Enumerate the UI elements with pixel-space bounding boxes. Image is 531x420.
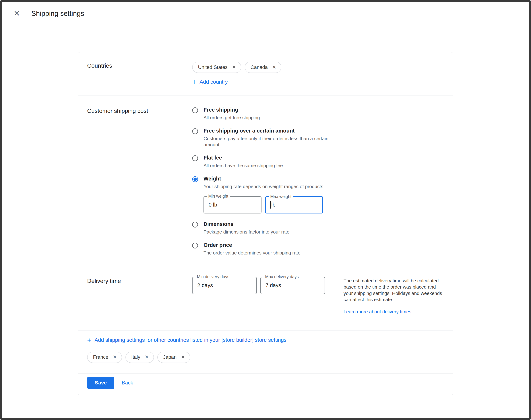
chip-label: France [93,354,108,360]
radio-order-price[interactable] [192,243,198,248]
option-desc: Package dimensions factor into your rate [203,229,289,235]
plus-icon: + [87,337,91,344]
max-delivery-days-field[interactable]: Max delivery days 7 days [260,277,325,294]
delivery-fields: Min delivery days 2 days Max delivery da… [192,277,325,320]
countries-label: Countries [87,62,192,85]
chip-remove-icon[interactable]: ✕ [232,65,236,70]
option-desc: All orders get free shipping [203,115,260,121]
option-title: Flat fee [203,155,283,161]
add-shipping-settings-label: Add shipping settings for other countrie… [94,337,287,343]
min-delivery-days-label: Min delivery days [196,274,231,279]
max-delivery-days-value: 7 days [266,282,281,288]
option-title: Free shipping over a certain amount [203,128,331,134]
chip-remove-icon[interactable]: ✕ [145,355,149,360]
vertical-divider [335,277,335,320]
plus-icon: + [192,78,196,85]
chip-label: Japan [163,354,177,360]
option-desc: Your shipping rate depends on weight ran… [203,184,323,190]
shipping-cost-label: Customer shipping cost [87,107,192,256]
text-cursor [270,201,271,209]
min-weight-value: 0 lb [209,202,217,208]
chip-remove-icon[interactable]: ✕ [113,355,117,360]
shipping-cost-options: Free shipping All orders get free shippi… [192,107,331,256]
countries-content: United States ✕ Canada ✕ + Add country [192,62,281,85]
option-weight[interactable]: Weight Your shipping rate depends on wei… [192,176,331,214]
radio-dimensions[interactable] [192,222,198,227]
option-desc: All orders have the same shipping fee [203,163,283,169]
radio-free-shipping[interactable] [192,107,198,113]
option-dimensions[interactable]: Dimensions Package dimensions factor int… [192,221,331,235]
save-button[interactable]: Save [87,377,114,389]
option-text: Dimensions Package dimensions factor int… [203,221,289,235]
min-delivery-days-value: 2 days [197,282,213,288]
delivery-content: Min delivery days 2 days Max delivery da… [192,277,443,320]
chip-label: Italy [131,354,140,360]
option-order-price[interactable]: Order price The order value determines y… [192,242,331,256]
country-chip-united-states[interactable]: United States ✕ [192,62,241,73]
chip-remove-icon[interactable]: ✕ [181,355,185,360]
option-title: Weight [203,176,323,182]
min-weight-field[interactable]: Min weight 0 lb [203,196,261,213]
back-button[interactable]: Back [122,380,133,386]
country-chip-canada[interactable]: Canada ✕ [245,62,281,73]
radio-weight-selected[interactable] [192,176,198,182]
option-title: Order price [203,242,301,248]
option-text: Free shipping All orders get free shippi… [203,107,260,121]
min-delivery-days-field[interactable]: Min delivery days 2 days [192,277,257,294]
min-weight-label: Min weight [207,194,230,199]
option-text: Flat fee All orders have the same shippi… [203,155,283,169]
option-text: Free shipping over a certain amount Cust… [203,128,331,148]
country-chip-italy[interactable]: Italy ✕ [125,352,154,363]
shipping-settings-card: Countries United States ✕ Canada ✕ + Add… [78,52,453,395]
option-desc: Customers pay a fee only if their order … [203,136,331,148]
learn-more-delivery-times-link[interactable]: Learn more about delivery times [344,309,411,315]
countries-section: Countries United States ✕ Canada ✕ + Add… [78,52,453,95]
delivery-time-section: Delivery time Min delivery days 2 days M… [78,268,453,330]
page-title: Shipping settings [31,10,84,17]
max-weight-field[interactable]: Max weight lb [265,196,323,213]
option-text: Weight Your shipping rate depends on wei… [203,176,323,214]
radio-flat-fee[interactable] [192,155,198,161]
option-text: Order price The order value determines y… [203,242,301,256]
footer-actions: Save Back [78,373,453,395]
chip-label: Canada [251,64,268,70]
chip-label: United States [198,64,228,70]
close-icon[interactable]: ✕ [12,10,21,17]
shipping-cost-section: Customer shipping cost Free shipping All… [78,95,453,268]
delivery-time-label: Delivery time [87,277,192,320]
add-country-button[interactable]: + Add country [192,78,228,85]
option-free-shipping[interactable]: Free shipping All orders get free shippi… [192,107,331,121]
chip-remove-icon[interactable]: ✕ [272,65,276,70]
delivery-note-block: The estimated delivery time will be calc… [344,277,443,320]
country-chip-japan[interactable]: Japan ✕ [157,352,190,363]
delivery-note-text: The estimated delivery time will be calc… [344,278,443,303]
dialog-header: ✕ Shipping settings [0,0,531,27]
option-title: Dimensions [203,221,289,227]
option-flat-fee[interactable]: Flat fee All orders have the same shippi… [192,155,331,169]
add-shipping-settings-button[interactable]: + Add shipping settings for other countr… [87,337,287,344]
country-chips: United States ✕ Canada ✕ [192,62,281,73]
option-desc: The order value determines your shipping… [203,250,301,256]
option-free-shipping-over-amount[interactable]: Free shipping over a certain amount Cust… [192,128,331,148]
weight-inputs: Min weight 0 lb Max weight lb [203,196,323,213]
radio-free-shipping-over-amount[interactable] [192,128,198,134]
other-countries-section: + Add shipping settings for other countr… [78,330,453,373]
other-country-chips: France ✕ Italy ✕ Japan ✕ [87,352,444,363]
country-chip-france[interactable]: France ✕ [87,352,122,363]
max-delivery-days-label: Max delivery days [264,274,300,279]
max-weight-label: Max weight [269,194,293,199]
option-title: Free shipping [203,107,260,113]
add-country-label: Add country [199,79,228,85]
max-weight-value: lb [271,202,275,208]
